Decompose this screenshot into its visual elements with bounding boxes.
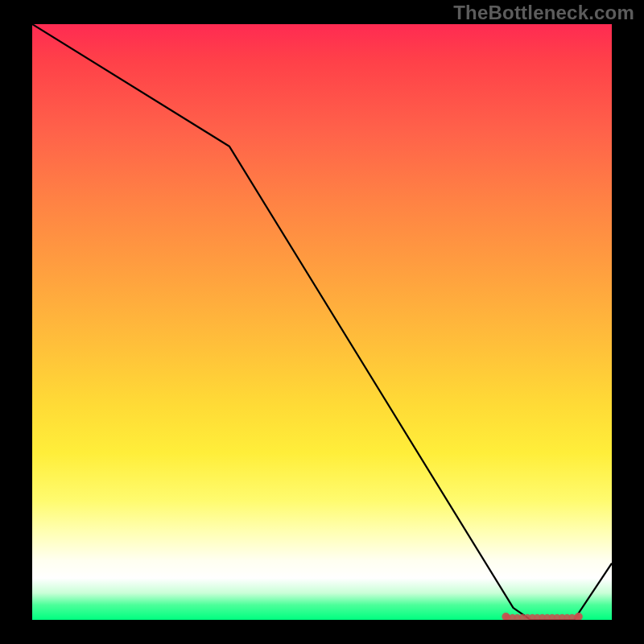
watermark-text: TheBottleneck.com <box>453 2 634 24</box>
svg-point-16 <box>575 613 583 620</box>
plot-area <box>32 24 612 620</box>
bottleneck-curve <box>32 24 612 620</box>
svg-point-15 <box>502 613 510 620</box>
chart-overlay <box>32 24 612 620</box>
curve-line <box>32 24 612 620</box>
chart-container: TheBottleneck.com <box>0 0 644 644</box>
optimal-marker-strip <box>502 613 582 620</box>
